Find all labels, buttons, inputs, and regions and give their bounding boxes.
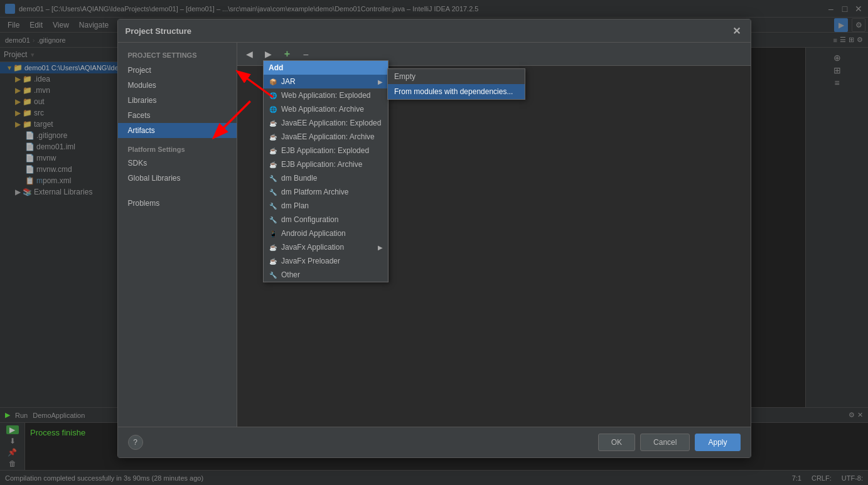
dialog-overlay: Project Structure ✕ Project Settings Pro…	[0, 0, 868, 485]
subdropdown-item-from-modules[interactable]: From modules with dependencies...	[388, 84, 525, 99]
dropdown-item-jar[interactable]: 📦 JAR ▶	[264, 75, 388, 88]
dropdown-item-ejb-exploded-label: EJB Application: Exploded	[281, 146, 369, 155]
dropdown-item-ejb-archive[interactable]: ☕ EJB Application: Archive	[264, 157, 388, 171]
dropdown-item-dm-plan-label: dm Plan	[281, 201, 309, 210]
dropdown-item-webapp-archive-label: Web Application: Archive	[281, 105, 364, 114]
ejb-exploded-icon: ☕	[269, 146, 277, 155]
dropdown-item-dm-platform-label: dm Platform Archive	[281, 188, 348, 196]
platform-settings-label: Platform Settings	[118, 138, 237, 156]
jar-subdropdown-menu: Empty From modules with dependencies...	[387, 68, 525, 100]
webapp-exploded-icon: 🌐	[269, 91, 277, 100]
javafx-icon: ☕	[269, 243, 277, 252]
toolbar-back-button[interactable]: ◀	[242, 46, 257, 61]
android-icon: 📱	[269, 229, 277, 238]
ejb-archive-icon: ☕	[269, 160, 277, 169]
dropdown-item-javaee-archive[interactable]: ☕ JavaEE Application: Archive	[264, 130, 388, 144]
dropdown-item-dm-bundle[interactable]: 🔧 dm Bundle	[264, 171, 388, 185]
sidebar-item-libraries[interactable]: Libraries	[118, 93, 237, 108]
dropdown-item-android-label: Android Application	[281, 229, 346, 238]
sidebar-item-sdks[interactable]: SDKs	[118, 156, 237, 171]
dm-plan-icon: 🔧	[269, 201, 277, 210]
jar-arrow-icon: ▶	[378, 78, 383, 85]
javaee-exploded-icon: ☕	[269, 119, 277, 127]
webapp-archive-icon: 🌐	[269, 105, 277, 114]
sidebar-item-global-libraries[interactable]: Global Libraries	[118, 171, 237, 186]
subdropdown-empty-label: Empty	[394, 72, 415, 81]
dropdown-item-javafx-label: JavaFx Application	[281, 243, 344, 252]
toolbar-add-button[interactable]: +	[280, 46, 295, 61]
add-dropdown-title: Add	[269, 63, 283, 72]
dialog-body: Project Settings Project Modules Librari…	[118, 43, 751, 427]
dropdown-item-javafx[interactable]: ☕ JavaFx Application ▶	[264, 240, 388, 254]
add-dropdown-menu: Add 📦 JAR ▶ 🌐 Web Application: Exploded …	[263, 60, 388, 282]
dialog-footer: ? OK Cancel Apply	[118, 427, 751, 457]
sidebar-item-artifacts[interactable]: Artifacts	[118, 123, 237, 138]
dialog-titlebar: Project Structure ✕	[118, 19, 751, 43]
toolbar-remove-button[interactable]: –	[299, 46, 314, 61]
other-icon: 🔧	[269, 270, 277, 279]
dropdown-item-webapp-exploded-label: Web Application: Exploded	[281, 91, 371, 100]
dropdown-item-ejb-exploded[interactable]: ☕ EJB Application: Exploded	[264, 144, 388, 157]
dropdown-item-ejb-archive-label: EJB Application: Archive	[281, 160, 362, 169]
sidebar-item-facets[interactable]: Facets	[118, 108, 237, 123]
dropdown-item-dm-platform[interactable]: 🔧 dm Platform Archive	[264, 185, 388, 199]
dropdown-item-dm-config-label: dm Configuration	[281, 215, 338, 224]
project-settings-label: Project Settings	[118, 48, 237, 63]
subdropdown-item-empty[interactable]: Empty	[388, 69, 525, 84]
add-dropdown-header: Add	[264, 61, 388, 75]
dialog-close-button[interactable]: ✕	[731, 24, 743, 37]
sidebar-item-project[interactable]: Project	[118, 63, 237, 78]
dropdown-item-webapp-archive[interactable]: 🌐 Web Application: Archive	[264, 102, 388, 116]
sidebar-item-problems[interactable]: Problems	[118, 196, 237, 211]
javafx-preloader-icon: ☕	[269, 257, 277, 265]
javaee-archive-icon: ☕	[269, 132, 277, 141]
cancel-button[interactable]: Cancel	[640, 434, 690, 451]
jar-icon: 📦	[269, 77, 277, 86]
help-button[interactable]: ?	[128, 435, 143, 450]
dropdown-item-javaee-archive-label: JavaEE Application: Archive	[281, 132, 375, 141]
dropdown-item-dm-plan[interactable]: 🔧 dm Plan	[264, 199, 388, 213]
dropdown-item-android[interactable]: 📱 Android Application	[264, 227, 388, 240]
dropdown-item-jar-label: JAR	[281, 77, 296, 86]
dropdown-item-javafx-preloader[interactable]: ☕ JavaFx Preloader	[264, 254, 388, 268]
dropdown-item-javaee-exploded[interactable]: ☕ JavaEE Application: Exploded	[264, 116, 388, 130]
subdropdown-from-modules-label: From modules with dependencies...	[394, 87, 513, 96]
dropdown-item-dm-config[interactable]: 🔧 dm Configuration	[264, 213, 388, 227]
dm-config-icon: 🔧	[269, 215, 277, 224]
dropdown-item-javafx-preloader-label: JavaFx Preloader	[281, 257, 340, 265]
javafx-arrow-icon: ▶	[378, 244, 383, 251]
dm-bundle-icon: 🔧	[269, 174, 277, 183]
dropdown-item-webapp-exploded[interactable]: 🌐 Web Application: Exploded	[264, 88, 388, 102]
toolbar-forward-button[interactable]: ▶	[261, 46, 276, 61]
ok-button[interactable]: OK	[598, 434, 635, 451]
sidebar-item-modules[interactable]: Modules	[118, 78, 237, 93]
dropdown-item-javaee-exploded-label: JavaEE Application: Exploded	[281, 119, 381, 127]
apply-button[interactable]: Apply	[695, 434, 740, 451]
dropdown-item-other-label: Other	[281, 270, 300, 279]
dialog-title: Project Structure	[126, 26, 191, 36]
dropdown-item-other[interactable]: 🔧 Other	[264, 268, 388, 282]
dropdown-item-dm-bundle-label: dm Bundle	[281, 174, 317, 183]
dm-platform-icon: 🔧	[269, 188, 277, 196]
dialog-sidebar: Project Settings Project Modules Librari…	[118, 43, 237, 427]
